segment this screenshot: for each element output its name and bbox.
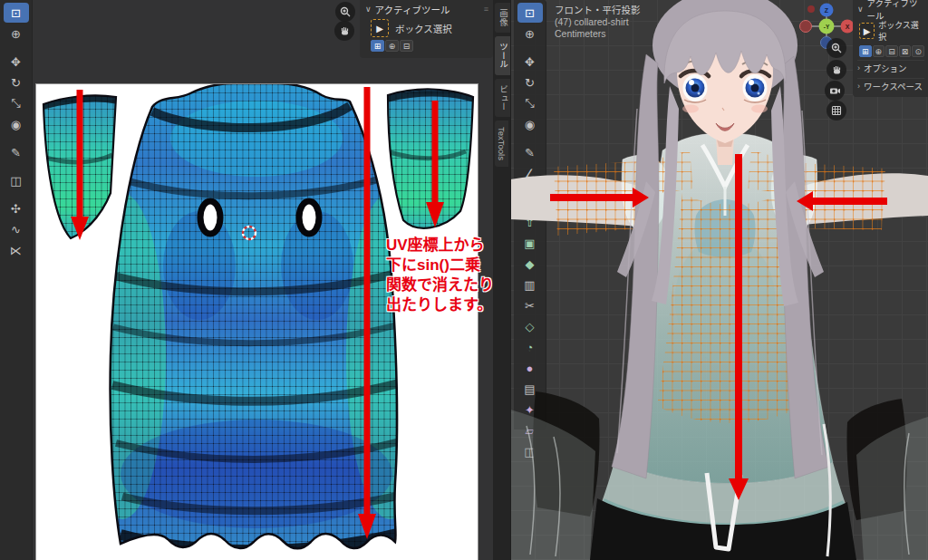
vp-ortho-toggle-button[interactable] — [826, 101, 846, 121]
rotate-tool[interactable]: ↻ — [4, 72, 29, 92]
annotation-line: 関数で消えたり — [386, 275, 504, 295]
annotation-line: UV座標上から — [386, 236, 504, 256]
annotation-line: 出たりします。 — [386, 295, 504, 315]
tab-view[interactable]: ビュー — [495, 79, 511, 118]
gizmo-x-label: X — [846, 24, 850, 30]
section-workspace[interactable]: › ワークスペース — [857, 78, 924, 93]
gizmo-z-label: Z — [825, 7, 829, 14]
rotate-icon: ↻ — [11, 76, 21, 90]
tab-image[interactable]: 画像 — [495, 3, 511, 33]
hair-ornament — [807, 5, 815, 13]
relax-tool[interactable]: ∿ — [4, 219, 29, 239]
cursor-tool[interactable]: ⊕ — [4, 24, 29, 43]
select-box-tool[interactable]: ⊡ — [4, 3, 29, 23]
magnifier-icon — [831, 43, 842, 53]
uv-pan-button[interactable] — [334, 21, 354, 41]
annotation-text: UV座標上から 下にsin()二乗 関数で消えたり 出たりします。 — [386, 236, 504, 315]
scale-icon: ⤡ — [11, 96, 20, 111]
box-select-tool-icon[interactable]: ▶ — [371, 19, 389, 37]
editor-divider[interactable] — [510, 0, 511, 560]
tab-tool[interactable]: ツール — [495, 36, 511, 75]
gizmo-minus-x[interactable] — [800, 21, 812, 33]
tab-textools[interactable]: TexTools — [495, 121, 508, 167]
active-tool-label: ボックス選択 — [395, 22, 452, 35]
grid-icon — [831, 105, 842, 116]
vp-pan-button[interactable] — [826, 60, 846, 80]
gizmo-minus-y-label: -Y — [824, 24, 830, 30]
annotate-tool[interactable]: ✎ — [4, 142, 29, 162]
expand-chevron-icon: › — [857, 63, 860, 72]
transform-tool[interactable]: ◉ — [4, 114, 29, 134]
hand-icon — [339, 25, 350, 36]
box-select-tool-icon[interactable]: ▶ — [859, 23, 875, 39]
uv-armhole-left — [200, 201, 220, 234]
active-tool-label: ボックス選択 — [878, 19, 924, 43]
camera-icon — [829, 85, 841, 96]
mode-select-new[interactable]: ⊞ — [859, 45, 872, 57]
scale-tool[interactable]: ⤡ — [4, 93, 29, 113]
uv-armhole-right — [299, 201, 319, 234]
magnifier-icon — [340, 6, 351, 17]
annotation-line: 下にsin()二乗 — [386, 256, 504, 275]
rip-region-tool[interactable]: ◫ — [4, 170, 29, 190]
vp-zoom-button[interactable] — [826, 38, 846, 58]
uv-zoom-button[interactable] — [335, 2, 355, 22]
rip-region-icon: ◫ — [10, 174, 21, 188]
pinch-tool[interactable]: ⋉ — [4, 240, 29, 260]
mode-select-subtract[interactable]: ⊟ — [400, 40, 413, 52]
panel-drag-handle[interactable]: ≡ — [484, 5, 488, 14]
section-label: ワークスペース — [864, 80, 923, 92]
vp-panel-header[interactable]: ∨ アクティブツール — [857, 3, 924, 15]
mode-select-extend[interactable]: ⊕ — [385, 40, 399, 52]
uv-editor-toolbar: ⊡ ⊕ ✥ ↻ ⤡ ◉ ✎ ◫ ✣ ∿ ⋉ — [0, 0, 33, 560]
mode-select-difference[interactable]: ⊠ — [899, 45, 912, 57]
selection-mode-row: ⊞ ⊕ ⊟ ⊠ ⊙ — [859, 45, 924, 57]
expand-chevron-icon: › — [857, 82, 860, 91]
selection-mode-row: ⊞ ⊕ ⊟ — [371, 40, 488, 52]
vp-camera-button[interactable] — [825, 81, 845, 101]
move-icon: ✥ — [11, 55, 21, 69]
section-options[interactable]: › オプション — [857, 60, 924, 75]
move-tool[interactable]: ✥ — [4, 52, 29, 72]
vp-sidebar-panel: ∨ アクティブツール ▶ ボックス選択 ⊞ ⊕ ⊟ ⊠ ⊙ › オプション › … — [853, 0, 928, 97]
wireframe-sleeve-right[interactable] — [800, 163, 885, 230]
cursor-icon: ⊕ — [11, 27, 21, 41]
uv-panel-header[interactable]: ∨ アクティブツール ≡ — [365, 3, 488, 15]
pinch-icon: ⋉ — [10, 244, 22, 257]
uv-active-tool-panel: ∨ アクティブツール ≡ ▶ ボックス選択 ⊞ ⊕ ⊟ — [360, 0, 493, 58]
mode-select-new[interactable]: ⊞ — [371, 40, 384, 52]
collapse-chevron-icon: ∨ — [857, 5, 864, 14]
panel-title: アクティブツール — [375, 3, 450, 16]
grab-icon: ✣ — [11, 202, 21, 216]
section-label: オプション — [864, 62, 907, 74]
blender-window: ⊡ ⊕ ✥ ↻ ⤡ ◉ ✎ ◫ ✣ ∿ ⋉ — [0, 0, 928, 560]
viewport-info-overlay: フロント・平行投影 (47) collared-shirt Centimeter… — [555, 5, 641, 40]
mode-select-intersect[interactable]: ⊙ — [912, 45, 924, 57]
annotate-icon: ✎ — [11, 146, 21, 159]
select-box-icon: ⊡ — [11, 6, 21, 20]
hand-icon — [831, 64, 842, 75]
transform-icon: ◉ — [11, 118, 21, 131]
grab-tool[interactable]: ✣ — [4, 198, 29, 218]
mode-select-extend[interactable]: ⊕ — [873, 45, 885, 57]
uv-canvas[interactable] — [36, 84, 478, 560]
relax-icon: ∿ — [11, 223, 21, 237]
collapse-chevron-icon: ∨ — [365, 5, 372, 14]
active-object-name: (47) collared-shirt — [555, 16, 641, 28]
mode-select-subtract[interactable]: ⊟ — [885, 45, 898, 57]
view-name: フロント・平行投影 — [555, 5, 641, 16]
unit-label: Centimeters — [555, 28, 641, 40]
